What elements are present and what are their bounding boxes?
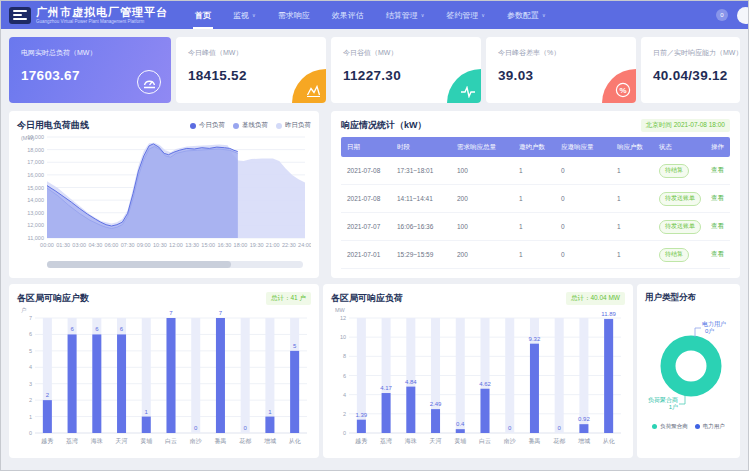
view-link[interactable]: 查看 bbox=[711, 166, 724, 173]
load-curve-panel: 今日用电负荷曲线 今日负荷基线负荷昨日负荷 11,00012,00013,000… bbox=[9, 111, 319, 278]
svg-text:3: 3 bbox=[29, 381, 32, 387]
svg-text:10: 10 bbox=[340, 334, 346, 340]
svg-text:海珠: 海珠 bbox=[405, 438, 417, 444]
nav-item-1[interactable]: 监视∨ bbox=[222, 1, 267, 29]
svg-text:黄埔: 黄埔 bbox=[140, 438, 152, 444]
table-cell: 2021-07-01 bbox=[341, 251, 391, 258]
view-link[interactable]: 查看 bbox=[711, 222, 724, 229]
chart-zoom-slider[interactable] bbox=[47, 261, 303, 268]
svg-text:海珠: 海珠 bbox=[91, 438, 103, 444]
panel-title: 各区局可响应户数 bbox=[17, 292, 89, 305]
svg-text:户: 户 bbox=[21, 307, 27, 313]
svg-text:4.62: 4.62 bbox=[479, 381, 491, 387]
legend-dot bbox=[695, 424, 700, 429]
svg-text:24:00: 24:00 bbox=[298, 242, 311, 248]
panel-title: 用户类型分布 bbox=[645, 292, 696, 304]
svg-text:15:00: 15:00 bbox=[201, 242, 215, 248]
svg-text:%: % bbox=[619, 86, 626, 95]
percent-icon: % bbox=[615, 82, 631, 98]
user-type-donut: 电力用户0户负荷聚合商1户 bbox=[645, 304, 734, 422]
table-cell: 待结算 bbox=[653, 248, 705, 262]
district-load-chart: 024681012MW1.39越秀4.17荔湾4.84海珠2.49天河0.4黄埔… bbox=[331, 305, 625, 449]
view-link[interactable]: 查看 bbox=[711, 194, 724, 201]
table-cell: 待发送账单 bbox=[653, 192, 705, 206]
legend-dot bbox=[233, 123, 239, 129]
legend-dot bbox=[190, 123, 196, 129]
svg-text:白云: 白云 bbox=[479, 438, 491, 445]
notification-badge[interactable]: 0 bbox=[716, 9, 728, 21]
svg-text:花都: 花都 bbox=[553, 438, 565, 445]
table-cell: 16:06~16:36 bbox=[391, 223, 451, 230]
legend-item[interactable]: 昨日负荷 bbox=[276, 121, 311, 130]
panel-title: 各区局可响应负荷 bbox=[331, 292, 403, 305]
svg-text:1.39: 1.39 bbox=[356, 412, 368, 418]
svg-text:11.89: 11.89 bbox=[601, 311, 616, 317]
svg-text:越秀: 越秀 bbox=[41, 437, 53, 445]
legend-dot bbox=[276, 123, 282, 129]
nav-item-6[interactable]: 参数配置∨ bbox=[496, 1, 557, 29]
table-cell: 1 bbox=[513, 167, 555, 174]
pulse-icon bbox=[460, 86, 476, 98]
svg-text:1户: 1户 bbox=[669, 403, 678, 410]
column-header: 状态 bbox=[653, 143, 705, 152]
nav-item-0[interactable]: 首页 bbox=[184, 1, 222, 29]
chevron-down-icon: ∨ bbox=[542, 12, 546, 18]
svg-text:南沙: 南沙 bbox=[504, 438, 516, 444]
dashboard-screen: 广州市虚拟电厂管理平台 Guangzhou Virtual Power Plan… bbox=[0, 0, 749, 471]
peak-chart-icon bbox=[306, 84, 321, 98]
response-table-body: 2021-07-0817:31~18:01100101待结算查看2021-07-… bbox=[341, 157, 730, 269]
svg-text:16:30: 16:30 bbox=[217, 242, 231, 248]
app-subtitle: Guangzhou Virtual Power Plant Management… bbox=[36, 19, 168, 24]
svg-text:番禺: 番禺 bbox=[214, 437, 226, 445]
nav-item-4[interactable]: 结算管理∨ bbox=[375, 1, 436, 29]
panel-title: 今日用电负荷曲线 bbox=[17, 119, 89, 132]
nav-item-3[interactable]: 效果评估 bbox=[321, 1, 375, 29]
kpi-card-today-peak: 今日峰值（MW） 18415.52 bbox=[176, 37, 326, 103]
svg-text:白云: 白云 bbox=[165, 438, 177, 445]
nav-item-2[interactable]: 需求响应 bbox=[267, 1, 321, 29]
view-link[interactable]: 查看 bbox=[711, 250, 724, 257]
legend-item[interactable]: 基线负荷 bbox=[233, 121, 268, 130]
kpi-label: 日前／实时响应能力（MW） bbox=[653, 48, 728, 58]
svg-text:天河: 天河 bbox=[430, 438, 442, 444]
svg-text:16,000: 16,000 bbox=[27, 172, 44, 178]
column-header: 日期 bbox=[341, 143, 391, 152]
svg-text:12: 12 bbox=[340, 315, 346, 321]
svg-text:2: 2 bbox=[29, 397, 32, 403]
svg-text:21:00: 21:00 bbox=[266, 242, 280, 248]
nav-item-5[interactable]: 签约管理∨ bbox=[435, 1, 496, 29]
legend-item[interactable]: 电力用户 bbox=[695, 423, 725, 430]
kpi-row: 电网实时总负荷（MW） 17603.67 今日峰值（MW） 18415.52 今… bbox=[9, 37, 740, 103]
table-cell: 100 bbox=[451, 167, 513, 174]
svg-text:7: 7 bbox=[29, 315, 32, 321]
legend-item[interactable]: 负荷聚合商 bbox=[652, 423, 688, 430]
table-cell: 2021-07-08 bbox=[341, 195, 391, 202]
district-load-panel: 各区局可响应负荷 总计：40.04 MW 024681012MW1.39越秀4.… bbox=[323, 284, 633, 458]
svg-text:01:30: 01:30 bbox=[56, 242, 70, 248]
svg-text:04:30: 04:30 bbox=[88, 242, 102, 248]
kpi-label: 今日峰值（MW） bbox=[188, 48, 314, 58]
svg-text:0: 0 bbox=[29, 430, 32, 436]
svg-text:6: 6 bbox=[29, 331, 32, 337]
svg-text:19:30: 19:30 bbox=[250, 242, 264, 248]
kpi-label: 今日峰谷差率（%） bbox=[498, 48, 624, 58]
table-cell: 1 bbox=[513, 195, 555, 202]
svg-text:10:30: 10:30 bbox=[153, 242, 167, 248]
table-cell: 1 bbox=[611, 223, 653, 230]
svg-text:06:00: 06:00 bbox=[105, 242, 119, 248]
svg-text:8: 8 bbox=[343, 353, 346, 359]
svg-text:07:30: 07:30 bbox=[121, 242, 135, 248]
load-curve-chart: 11,00012,00013,00014,00015,00016,00017,0… bbox=[17, 132, 311, 254]
table-cell: 17:31~18:01 bbox=[391, 167, 451, 174]
table-cell: 15:29~15:59 bbox=[391, 251, 451, 258]
svg-text:4.17: 4.17 bbox=[380, 385, 392, 391]
avatar[interactable] bbox=[737, 7, 749, 24]
gauge-icon bbox=[137, 70, 161, 94]
svg-text:电力用户: 电力用户 bbox=[702, 320, 726, 328]
legend-item[interactable]: 今日负荷 bbox=[190, 121, 225, 130]
svg-text:黄埔: 黄埔 bbox=[454, 438, 466, 444]
svg-text:18,000: 18,000 bbox=[27, 147, 44, 153]
svg-text:12:00: 12:00 bbox=[169, 242, 183, 248]
table-cell: 14:11~14:41 bbox=[391, 195, 451, 202]
table-cell: 1 bbox=[611, 195, 653, 202]
